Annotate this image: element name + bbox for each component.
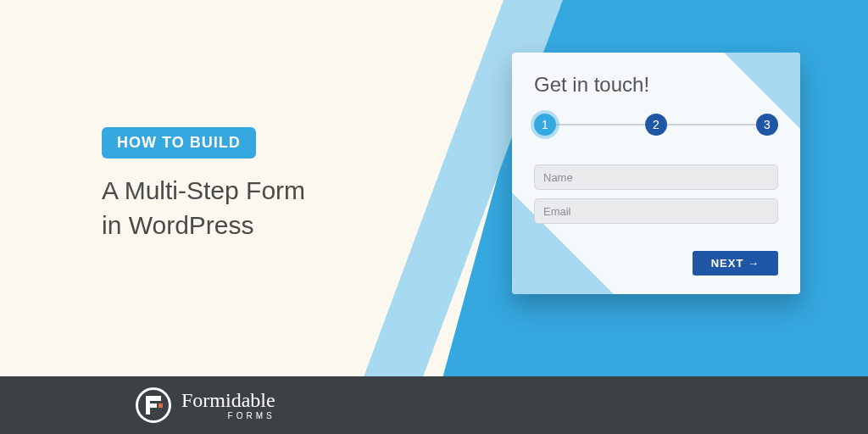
step-2[interactable]: 2 (645, 114, 667, 136)
brand-subtitle: FORMS (181, 412, 275, 420)
footer-bar: Formidable FORMS (0, 376, 868, 434)
brand-name: Formidable (181, 390, 275, 410)
step-3[interactable]: 3 (756, 114, 778, 136)
headline-line-1: A Multi-Step Form (102, 174, 305, 209)
step-1[interactable]: 1 (534, 114, 556, 136)
brand-wordmark: Formidable FORMS (181, 390, 275, 420)
headline: A Multi-Step Form in WordPress (102, 174, 305, 242)
name-field[interactable] (534, 164, 778, 190)
headline-block: HOW TO BUILD A Multi-Step Form in WordPr… (102, 127, 305, 242)
form-fields (534, 164, 778, 232)
email-field[interactable] (534, 198, 778, 224)
form-title: Get in touch! (534, 73, 778, 97)
step-progress: 1 2 3 (534, 114, 778, 136)
hero-stage: HOW TO BUILD A Multi-Step Form in WordPr… (0, 0, 868, 434)
form-actions: NEXT → (534, 251, 778, 275)
brand-logo-icon (136, 387, 171, 423)
next-button[interactable]: NEXT → (693, 251, 778, 275)
category-pill: HOW TO BUILD (102, 127, 256, 159)
headline-line-2: in WordPress (102, 209, 305, 243)
form-card: Get in touch! 1 2 3 NEXT → (512, 53, 800, 294)
